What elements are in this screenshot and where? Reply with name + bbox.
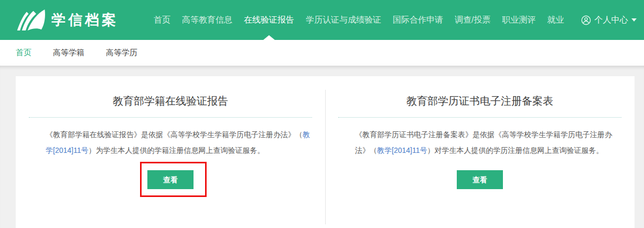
brand-logo[interactable]: 学信档案 bbox=[16, 8, 119, 32]
view-degree-record-button[interactable]: 查看 bbox=[457, 170, 503, 189]
chevron-down-icon bbox=[631, 18, 637, 22]
policy-doc-link[interactable]: 教学[2014]11号 bbox=[377, 146, 427, 154]
button-row: 查看 bbox=[16, 170, 325, 189]
panel-enrollment-verification-report: 教育部学籍在线验证报告 《教育部学籍在线验证报告》是依据《高等学校学生学籍学历电… bbox=[16, 76, 325, 228]
nav-item-credential-authentication[interactable]: 学历认证与成绩验证 bbox=[300, 0, 387, 40]
nav-item-employment[interactable]: 就业 bbox=[541, 0, 570, 40]
subnav-item-higher-enrollment[interactable]: 高等学籍 bbox=[53, 48, 84, 58]
user-circle-icon bbox=[581, 15, 591, 25]
active-tab-caret-icon bbox=[263, 35, 275, 40]
nav-item-online-verification-report[interactable]: 在线验证报告 bbox=[238, 0, 300, 40]
nav-item-survey-vote[interactable]: 调查/投票 bbox=[449, 0, 496, 40]
description-text: 《教育部学籍在线验证报告》是依据《高等学校学生学籍学历电子注册办法》（ bbox=[46, 130, 303, 139]
nav-item-higher-education-info[interactable]: 高等教育信息 bbox=[176, 0, 238, 40]
panel-description: 《教育部学历证书电子注册备案表》是依据《高等学校学生学籍学历电子注册办法》（教学… bbox=[355, 127, 624, 158]
content-card: 教育部学籍在线验证报告 《教育部学籍在线验证报告》是依据《高等学校学生学籍学历电… bbox=[16, 76, 635, 228]
nav-item-label: 在线验证报告 bbox=[244, 15, 294, 26]
panel-title: 教育部学籍在线验证报告 bbox=[29, 94, 312, 118]
sub-nav: 首页 高等学籍 高等学历 bbox=[0, 40, 644, 66]
vertical-divider bbox=[325, 90, 326, 224]
brand-name: 学信档案 bbox=[51, 11, 119, 29]
description-text: ）对学生本人提供的学历注册信息网上查询验证服务。 bbox=[427, 146, 603, 154]
top-nav: 首页 高等教育信息 在线验证报告 学历认证与成绩验证 国际合作申请 调查/投票 … bbox=[148, 0, 637, 40]
panel-description: 《教育部学籍在线验证报告》是依据《高等学校学生学籍学历电子注册办法》（教学[20… bbox=[46, 127, 315, 158]
nav-item-international-cooperation[interactable]: 国际合作申请 bbox=[387, 0, 449, 40]
nav-item-career-assessment[interactable]: 职业测评 bbox=[496, 0, 541, 40]
button-row: 查看 bbox=[325, 170, 635, 189]
user-center-menu[interactable]: 个人中心 bbox=[581, 0, 637, 40]
main-content-area: 教育部学籍在线验证报告 《教育部学籍在线验证报告》是依据《高等学校学生学籍学历电… bbox=[0, 66, 644, 228]
panel-title: 教育部学历证书电子注册备案表 bbox=[338, 94, 621, 118]
nav-item-home[interactable]: 首页 bbox=[148, 0, 176, 40]
top-header: 学信档案 首页 高等教育信息 在线验证报告 学历认证与成绩验证 国际合作申请 调… bbox=[0, 0, 644, 40]
fanned-pages-logo-icon bbox=[16, 8, 46, 32]
view-enrollment-report-button[interactable]: 查看 bbox=[147, 170, 194, 189]
subnav-item-higher-degree[interactable]: 高等学历 bbox=[106, 48, 137, 58]
user-center-label: 个人中心 bbox=[594, 15, 628, 26]
subnav-item-home[interactable]: 首页 bbox=[16, 48, 31, 58]
panel-degree-registration-record: 教育部学历证书电子注册备案表 《教育部学历证书电子注册备案表》是依据《高等学校学… bbox=[325, 76, 635, 228]
description-text: ）为学生本人提供的学籍注册信息网上查询验证服务。 bbox=[88, 146, 264, 154]
